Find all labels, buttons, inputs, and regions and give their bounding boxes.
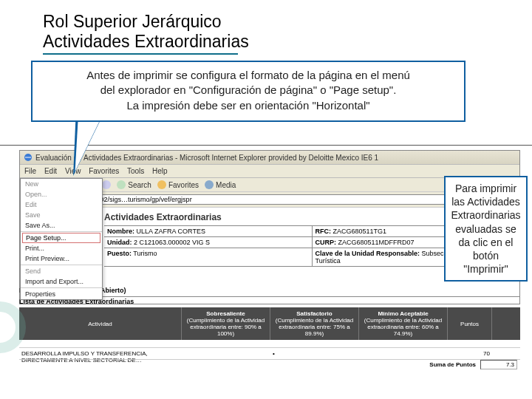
title-underline [43, 53, 238, 55]
puesto-value: Turismo [133, 250, 157, 257]
title-line-2: Actividades Extraordinarias [43, 32, 249, 52]
rfc-value: ZACG680511TG1 [333, 228, 387, 235]
star-icon [157, 180, 166, 189]
score-label: Suma de Puntos [425, 360, 480, 369]
unidad-label: Unidad: [107, 239, 132, 246]
search-button[interactable]: Search [117, 180, 151, 189]
callout-imprimir: Para imprimir las Actividades Extraordin… [444, 176, 528, 282]
menu-edit[interactable]: Edit [44, 167, 57, 175]
puesto-label: Puesto: [107, 250, 132, 257]
menu-new[interactable]: New [21, 179, 102, 189]
col-puntos: Puntos [448, 307, 492, 340]
score-value: 7.3 [480, 360, 517, 369]
callout-line: Antes de imprimir se configura el format… [43, 68, 454, 83]
menu-send[interactable]: Send [21, 266, 102, 276]
file-menu-dropdown: New Open... Edit Save Save As... Page Se… [20, 178, 103, 300]
unidad-value: 2 C121063.000002 VIG S [134, 239, 210, 246]
callout-page-setup: Antes de imprimir se configura el format… [31, 61, 466, 122]
media-label: Media [216, 181, 236, 189]
ie-icon [24, 153, 33, 162]
score-row: Suma de Puntos 7.3 [19, 359, 520, 369]
slide-header: Rol Superior Jerárquico Actividades Extr… [43, 12, 249, 55]
menu-properties[interactable]: Properties [21, 289, 102, 299]
favorites-button[interactable]: Favorites [157, 180, 199, 189]
clave-label: Clave de la Unidad Responsable: [316, 250, 420, 257]
menu-edit-item[interactable]: Edit [21, 200, 102, 210]
menu-print-preview[interactable]: Print Preview... [21, 253, 102, 264]
search-icon [117, 180, 126, 189]
menu-saveas[interactable]: Save As... [21, 220, 102, 231]
curp-value: ZACG680511MDFFRD07 [338, 239, 415, 246]
col-minimo: Mínimo Aceptable(Cumplimiento de la Acti… [359, 307, 448, 340]
menu-page-setup[interactable]: Page Setup... [22, 233, 100, 243]
menu-print[interactable]: Print... [21, 243, 102, 253]
curp-label: CURP: [316, 239, 337, 246]
address-input[interactable] [36, 194, 505, 205]
nombre-value: ULLA ZAFRA CORTES [137, 228, 205, 235]
title-line-1: Rol Superior Jerárquico [43, 12, 249, 32]
col-sobresaliente: Sobresaliente(Cumplimiento de la Activid… [182, 307, 270, 340]
menu-import-export[interactable]: Import and Export... [21, 276, 102, 287]
eval-table-header: Actividad Sobresaliente(Cumplimiento de … [19, 307, 520, 340]
col-satisfactorio: Satisfactorio(Cumplimiento de la Activid… [270, 307, 359, 340]
search-label: Search [128, 181, 151, 189]
rfc-label: RFC: [316, 228, 332, 235]
nombre-label: Nombre: [107, 228, 134, 235]
callout-text: Para imprimir las Actividades Extraordin… [450, 182, 522, 276]
favorites-label: Favorites [168, 181, 199, 189]
callout-line: La impresión debe ser en orientación "Ho… [43, 98, 454, 113]
media-button[interactable]: Media [205, 180, 236, 189]
menu-separator [21, 287, 102, 288]
menu-help[interactable]: Help [152, 167, 168, 175]
menu-open[interactable]: Open... [21, 189, 102, 200]
callout-line: del explorador en "Configuración de pági… [43, 83, 454, 98]
menu-separator [21, 265, 102, 265]
media-icon [205, 180, 214, 189]
menu-tools[interactable]: Tools [127, 167, 144, 175]
col-actividad: Actividad [19, 307, 182, 340]
menu-file[interactable]: File [24, 167, 36, 175]
home-icon[interactable] [102, 180, 111, 189]
menu-separator [21, 231, 102, 232]
menu-save[interactable]: Save [21, 210, 102, 220]
